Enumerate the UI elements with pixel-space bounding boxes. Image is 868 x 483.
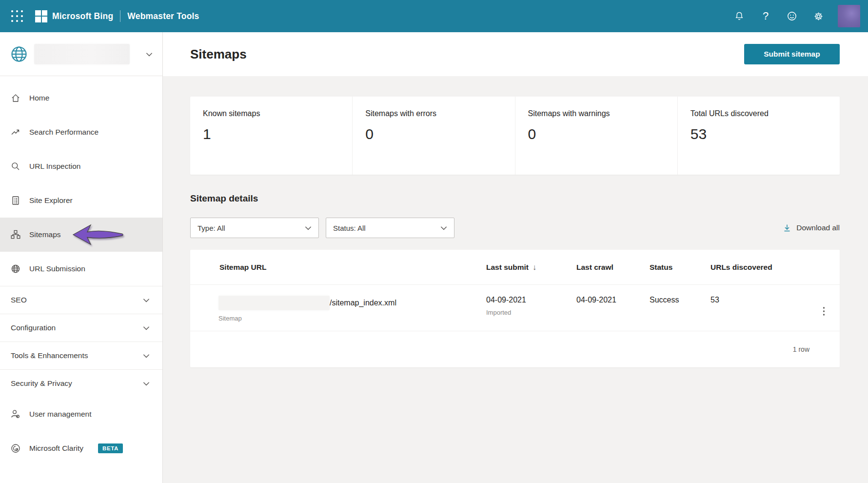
sidebar-group-label: SEO [11, 296, 27, 304]
annotation-arrow [72, 223, 124, 246]
sidebar-group-tools-enhancements[interactable]: Tools & Enhancements [0, 342, 162, 369]
brand-separator [120, 10, 120, 22]
sidebar: Home Search Performance URL Inspection S… [0, 32, 163, 483]
sidebar-nav: Home Search Performance URL Inspection S… [0, 76, 162, 465]
sitemap-type-label: Sitemap [218, 315, 486, 322]
sidebar-group-security-privacy[interactable]: Security & Privacy [0, 369, 162, 397]
sidebar-item-url-submission[interactable]: URL Submission [0, 252, 162, 286]
dropdown-value: Type: All [197, 224, 225, 232]
submit-sitemap-button[interactable]: Submit sitemap [744, 44, 840, 64]
waffle-icon[interactable] [10, 9, 24, 23]
sidebar-item-label: Sitemaps [29, 230, 61, 239]
sidebar-item-label: URL Submission [29, 264, 85, 273]
sidebar-item-site-explorer[interactable]: Site Explorer [0, 183, 162, 218]
column-header-urls-discovered: URLs discovered [710, 263, 808, 272]
chevron-down-icon [143, 326, 150, 330]
type-filter-dropdown[interactable]: Type: All [190, 218, 319, 238]
sitemap-icon [11, 230, 20, 240]
chevron-down-icon [440, 226, 447, 230]
sidebar-item-microsoft-clarity[interactable]: Microsoft Clarity BETA [0, 431, 162, 465]
row-actions-kebab-icon[interactable] [823, 296, 825, 331]
sidebar-group-label: Tools & Enhancements [11, 351, 88, 360]
brand-suite: Webmaster Tools [127, 11, 199, 21]
stat-label: Total URLs discovered [690, 109, 840, 118]
table-footer: 1 row [190, 331, 840, 367]
sidebar-group-seo[interactable]: SEO [0, 286, 162, 314]
sidebar-item-search-performance[interactable]: Search Performance [0, 115, 162, 149]
stat-label: Sitemaps with errors [365, 109, 514, 118]
app-window: Microsoft Bing Webmaster Tools ? [0, 0, 868, 483]
bell-icon[interactable] [730, 6, 749, 26]
person-icon [11, 409, 20, 419]
cell-last-crawl: 04-09-2021 [576, 285, 650, 331]
chevron-down-icon [143, 354, 150, 358]
column-header-sitemap-url: Sitemap URL [190, 263, 486, 272]
sidebar-item-user-management[interactable]: User management [0, 397, 162, 431]
filter-row: Type: All Status: All Download all [190, 218, 840, 238]
column-header-status: Status [650, 263, 710, 272]
sidebar-item-label: Microsoft Clarity [29, 444, 83, 453]
magnifier-icon [11, 161, 20, 171]
chevron-down-icon [305, 226, 312, 230]
download-icon [783, 223, 791, 232]
gear-icon[interactable] [809, 6, 828, 26]
beta-badge: BETA [98, 443, 123, 453]
brand-product: Microsoft Bing [52, 11, 113, 21]
download-all-button[interactable]: Download all [783, 223, 840, 232]
chevron-down-icon [143, 298, 150, 302]
main-content: Sitemaps Submit sitemap Known sitemaps 1… [163, 32, 868, 483]
top-header-bar: Microsoft Bing Webmaster Tools ? [0, 0, 868, 32]
stat-label: Known sitemaps [203, 109, 352, 118]
row-count: 1 row [793, 345, 809, 353]
column-header-last-crawl: Last crawl [576, 263, 650, 272]
stat-sitemaps-with-warnings: Sitemaps with warnings 0 [515, 97, 678, 175]
page-title: Sitemaps [190, 47, 247, 62]
stat-sitemaps-with-errors: Sitemaps with errors 0 [353, 97, 515, 175]
sidebar-group-configuration[interactable]: Configuration [0, 314, 162, 342]
chevron-down-icon [143, 382, 150, 386]
sort-descending-icon: ↓ [533, 263, 536, 271]
sidebar-item-home[interactable]: Home [0, 81, 162, 115]
url-suffix: /sitemap_index.xml [330, 299, 396, 307]
microsoft-logo [35, 10, 47, 22]
stat-value: 0 [528, 126, 677, 142]
avatar[interactable] [838, 5, 860, 27]
trend-icon [11, 127, 20, 137]
globe-icon [10, 45, 28, 63]
sidebar-item-sitemaps[interactable]: Sitemaps [0, 218, 162, 252]
page-header: Sitemaps Submit sitemap [163, 32, 868, 76]
clarity-icon [11, 443, 20, 453]
content-area: Known sitemaps 1 Sitemaps with errors 0 … [163, 76, 868, 483]
sidebar-item-label: URL Inspection [29, 162, 80, 171]
download-all-label: Download all [796, 223, 840, 232]
column-header-last-submit[interactable]: Last submit↓ [486, 263, 576, 272]
stat-value: 1 [203, 126, 352, 142]
stats-summary-card: Known sitemaps 1 Sitemaps with errors 0 … [190, 97, 840, 175]
cell-status: Success [650, 285, 710, 331]
globe-icon [11, 264, 20, 274]
smiley-icon[interactable] [782, 6, 802, 26]
submit-note: Imported [486, 309, 576, 316]
stat-known-sitemaps: Known sitemaps 1 [190, 97, 353, 175]
table-header-row: Sitemap URL Last submit↓ Last crawl Stat… [190, 250, 840, 285]
help-icon[interactable]: ? [756, 6, 775, 26]
cell-last-submit: 04-09-2021 Imported [486, 285, 576, 331]
sidebar-item-label: Search Performance [29, 128, 99, 137]
site-selector[interactable] [0, 32, 162, 76]
sitemaps-table: Sitemap URL Last submit↓ Last crawl Stat… [190, 250, 840, 367]
status-filter-dropdown[interactable]: Status: All [326, 218, 454, 238]
chevron-down-icon [146, 50, 153, 59]
cell-sitemap-url: /sitemap_index.xml Sitemap [190, 285, 486, 331]
section-heading: Sitemap details [190, 193, 840, 204]
dropdown-value: Status: All [333, 224, 366, 232]
sidebar-item-url-inspection[interactable]: URL Inspection [0, 149, 162, 183]
stat-value: 53 [690, 126, 840, 142]
document-icon [11, 196, 20, 205]
sidebar-group-label: Security & Privacy [11, 379, 72, 388]
site-name-redacted [34, 44, 130, 64]
sidebar-item-label: Home [29, 94, 49, 102]
sidebar-group-label: Configuration [11, 323, 56, 332]
url-redacted [218, 296, 330, 310]
stat-value: 0 [365, 126, 514, 142]
table-row: /sitemap_index.xml Sitemap 04-09-2021 Im… [190, 285, 840, 331]
